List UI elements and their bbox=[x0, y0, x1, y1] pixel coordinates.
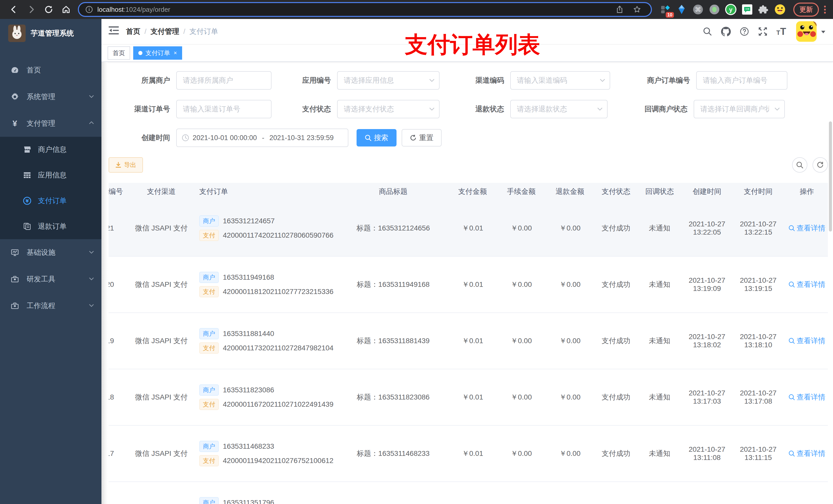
search-button[interactable]: 搜索 bbox=[357, 129, 397, 146]
export-button[interactable]: 导出 bbox=[109, 157, 143, 173]
breadcrumb-section[interactable]: 支付管理 bbox=[151, 27, 179, 37]
github-icon[interactable] bbox=[718, 24, 734, 39]
home-icon[interactable] bbox=[60, 3, 73, 16]
view-detail-link[interactable]: 查看详情 bbox=[788, 449, 825, 458]
merchant-input[interactable] bbox=[176, 71, 271, 90]
sidebar-item-home[interactable]: 首页 bbox=[0, 57, 101, 83]
merchant-order-line: 商户 1635311949168 bbox=[199, 272, 338, 283]
extension-y-icon[interactable]: y bbox=[724, 2, 737, 17]
filter-notify-status: 回调商户状态 bbox=[621, 100, 785, 118]
merchant-order-no-input[interactable] bbox=[696, 71, 787, 90]
toggle-search-button[interactable] bbox=[792, 157, 807, 173]
cell-pay-order: 商户 1635311468233 支付 42000011942021102767… bbox=[192, 438, 338, 470]
sidebar-item-label: 工作流程 bbox=[27, 301, 89, 311]
sidebar-item-merchant-info[interactable]: 商户信息 bbox=[0, 137, 101, 162]
extension-status-icon[interactable] bbox=[708, 2, 721, 17]
gear-icon bbox=[10, 93, 20, 101]
merchant-tag: 商户 bbox=[199, 384, 219, 396]
sidebar-item-system[interactable]: 系统管理 bbox=[0, 83, 101, 110]
cell-fee: ￥0.00 bbox=[497, 392, 546, 402]
cell-channel: 微信 JSAPI 支付 bbox=[130, 336, 192, 346]
extension-gem-icon[interactable] bbox=[675, 2, 688, 17]
tab-pay-order[interactable]: 支付订单 × bbox=[133, 46, 182, 60]
svg-text:¥: ¥ bbox=[26, 198, 29, 203]
extension-chat-icon[interactable] bbox=[740, 2, 754, 17]
filter-label: 创建时间 bbox=[109, 133, 176, 143]
pay-order-line: 支付 4200001181202110277723215336 bbox=[199, 286, 338, 297]
forward-icon[interactable] bbox=[25, 3, 38, 16]
refund-status-select[interactable] bbox=[510, 100, 608, 118]
sidebar-item-pay-order[interactable]: ¥ 支付订单 bbox=[0, 188, 101, 214]
sidebar-item-workflow[interactable]: 工作流程 bbox=[0, 292, 101, 319]
bookmark-star-icon[interactable] bbox=[630, 3, 644, 16]
avatar[interactable] bbox=[796, 21, 817, 42]
cell-channel: 微信 JSAPI 支付 bbox=[130, 449, 192, 458]
table-header: 编号 支付渠道 支付订单 商品标题 支付金额 手续金额 退款金额 支付状态 回调… bbox=[109, 183, 828, 200]
cell-actions: 查看详情 bbox=[784, 280, 828, 290]
cell-amount: ￥0.01 bbox=[448, 449, 497, 458]
sidebar-item-payment[interactable]: ¥ 支付管理 bbox=[0, 110, 101, 137]
browser-menu-icon[interactable] bbox=[824, 6, 826, 14]
cell-id: 18 bbox=[109, 393, 130, 401]
cell-create-time: 2021-10-27 13:22:05 bbox=[681, 220, 733, 236]
channel-code-select[interactable] bbox=[510, 71, 610, 90]
cell-pay-order: 商户 1635311823086 支付 42000011672021102710… bbox=[192, 381, 338, 413]
view-detail-link[interactable]: 查看详情 bbox=[788, 336, 825, 346]
sidebar-item-infrastructure[interactable]: 基础设施 bbox=[0, 239, 101, 266]
merchant-tag: 商户 bbox=[199, 272, 219, 283]
fullscreen-icon[interactable] bbox=[755, 24, 770, 39]
sidebar-item-refund-order[interactable]: 退款订单 bbox=[0, 214, 101, 239]
breadcrumb-home[interactable]: 首页 bbox=[126, 27, 140, 37]
cell-channel: 微信 JSAPI 支付 bbox=[130, 392, 192, 402]
pay-order-no: 4200001194202110276752100612 bbox=[223, 457, 334, 465]
url-bar[interactable]: localhost:1024/pay/order bbox=[78, 2, 652, 17]
tab-close-icon[interactable]: × bbox=[174, 50, 177, 56]
reset-button[interactable]: 重置 bbox=[402, 129, 442, 146]
pay-status-select[interactable] bbox=[337, 100, 439, 118]
view-detail-link[interactable]: 查看详情 bbox=[788, 223, 825, 233]
date-range-picker[interactable]: 2021-10-01 00:00:00 - 2021-10-31 23:59:5… bbox=[176, 128, 348, 147]
app-logo-row[interactable]: 芋道管理系统 bbox=[0, 19, 101, 48]
merchant-order-no: 1635311949168 bbox=[223, 273, 274, 282]
view-detail-link[interactable]: 查看详情 bbox=[788, 280, 825, 289]
page-scrollbar[interactable] bbox=[829, 121, 832, 232]
reload-icon[interactable] bbox=[42, 3, 55, 16]
pay-tag: 支付 bbox=[199, 286, 219, 297]
avatar-caret-icon[interactable] bbox=[821, 27, 826, 37]
cell-id: 20 bbox=[109, 281, 130, 289]
back-icon[interactable] bbox=[7, 3, 21, 16]
notify-status-select[interactable] bbox=[694, 100, 785, 118]
help-icon[interactable] bbox=[737, 24, 752, 39]
pay-order-line: 支付 4200001174202110278060590766 bbox=[199, 230, 338, 241]
sidebar-item-label: 支付订单 bbox=[38, 196, 67, 206]
tab-home[interactable]: 首页 bbox=[108, 46, 130, 60]
merchant-order-line: 商户 1635311823086 bbox=[199, 384, 338, 396]
refresh-button[interactable] bbox=[812, 157, 828, 173]
browser-update-button[interactable]: 更新 bbox=[793, 3, 819, 17]
cell-pay-time: 2021-10-27 13:18:10 bbox=[733, 333, 784, 349]
col-amount: 支付金额 bbox=[448, 187, 497, 196]
extension-tabs-icon[interactable]: 10 bbox=[659, 2, 672, 17]
orders-table: 编号 支付渠道 支付订单 商品标题 支付金额 手续金额 退款金额 支付状态 回调… bbox=[109, 183, 828, 504]
extension-command-icon[interactable]: ⌘ bbox=[691, 2, 705, 17]
cell-pay-status: 支付成功 bbox=[594, 449, 638, 458]
sidebar-item-app-info[interactable]: 应用信息 bbox=[0, 162, 101, 188]
sidebar-fold-icon[interactable] bbox=[109, 26, 119, 37]
extension-smiley-icon[interactable] bbox=[773, 2, 787, 17]
date-end: 2021-10-31 23:59:59 bbox=[269, 134, 334, 142]
table-row: 商户 1635311351796 支付 bbox=[109, 482, 828, 504]
extensions-puzzle-icon[interactable] bbox=[757, 2, 770, 17]
share-icon[interactable] bbox=[613, 3, 626, 16]
filter-channel-code: 渠道编码 bbox=[453, 71, 610, 90]
app-select[interactable] bbox=[337, 71, 439, 90]
pay-tag: 支付 bbox=[199, 230, 219, 241]
yen-circle-icon: ¥ bbox=[23, 197, 32, 205]
view-detail-link[interactable]: 查看详情 bbox=[788, 392, 825, 402]
channel-order-no-input[interactable] bbox=[176, 100, 271, 118]
sidebar-item-dev-tools[interactable]: 研发工具 bbox=[0, 266, 101, 292]
site-info-icon[interactable] bbox=[84, 3, 94, 16]
search-icon[interactable] bbox=[700, 24, 715, 39]
cell-pay-time: 2021-10-27 13:17:08 bbox=[733, 389, 784, 405]
merchant-order-no: 1635311823086 bbox=[223, 386, 274, 394]
font-size-icon[interactable]: TT bbox=[774, 24, 789, 39]
